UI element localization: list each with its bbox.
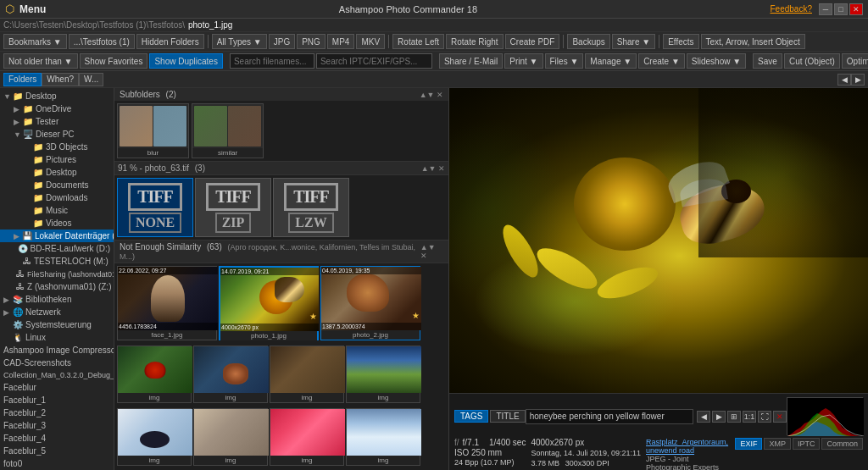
folders-tab[interactable]: Folders bbox=[3, 73, 42, 86]
tags-tab-button[interactable]: TAGS bbox=[454, 410, 488, 423]
print-button[interactable]: Print ▼ bbox=[504, 53, 542, 69]
tree-item-desktop2[interactable]: 📁 Desktop bbox=[0, 166, 114, 179]
when-tab[interactable]: When? bbox=[42, 73, 79, 86]
mkv-button[interactable]: MKV bbox=[356, 34, 385, 49]
tree-item-desktop[interactable]: ▼ 📁 Desktop bbox=[0, 90, 114, 102]
tree-item-ashampoo-compressor[interactable]: Ashampoo Image Compressor bbox=[0, 344, 114, 357]
mp4-button[interactable]: MP4 bbox=[327, 34, 355, 49]
what-tab[interactable]: W... bbox=[79, 73, 103, 86]
iptc-tab[interactable]: IPTC bbox=[793, 438, 821, 450]
next-image-button[interactable]: ▶ bbox=[712, 411, 726, 423]
tree-item-faceblur2[interactable]: Faceblur_2 bbox=[0, 406, 114, 419]
tree-item-cad[interactable]: CAD-Screenshots bbox=[0, 357, 114, 369]
tree-item-faceblur3[interactable]: Faceblur_3 bbox=[0, 419, 114, 432]
tree-item-faceblur[interactable]: Faceblur bbox=[0, 381, 114, 394]
subfolder-item-1[interactable]: blur bbox=[117, 103, 189, 158]
search-filename-input[interactable] bbox=[230, 53, 314, 69]
tree-item-dieser-pc[interactable]: ▼ 🖥️ Dieser PC bbox=[0, 128, 114, 141]
sim-thumb-fox[interactable]: img bbox=[193, 346, 268, 403]
sim-thumb-ladybug[interactable]: img bbox=[117, 346, 192, 403]
common-tab[interactable]: Common bbox=[821, 438, 863, 450]
tree-item-3dobjects[interactable]: 📁 3D Objects bbox=[0, 141, 114, 153]
tree-item-collection[interactable]: Collection_Man_0.3.2.0_Debug_Te... bbox=[0, 369, 114, 381]
subfolder-item-2[interactable]: similar bbox=[192, 103, 264, 158]
all-types-button[interactable]: All Types ▼ bbox=[212, 34, 267, 49]
tree-item-filesharing[interactable]: 🖧 FileSharing (\ashonvdat01) (U:...) bbox=[0, 268, 114, 280]
sim-thumb-cats[interactable]: img bbox=[193, 408, 268, 466]
tree-item-bibliotheken[interactable]: ▶ 📚 Bibliotheken bbox=[0, 293, 114, 306]
feedback-link[interactable]: Feedback? bbox=[771, 4, 812, 14]
tree-item-onedrive[interactable]: ▶ 📁 OneDrive bbox=[0, 102, 114, 115]
sim-thumb-face1[interactable]: 22.06.2022, 09:27 4456.1783824 face_1.jp… bbox=[117, 266, 217, 340]
prev-image-button[interactable]: ◀ bbox=[697, 411, 710, 423]
sim-thumb-landscape1[interactable]: img bbox=[346, 346, 420, 403]
sim-thumb-dog1[interactable]: img bbox=[270, 346, 344, 403]
tree-item-tester[interactable]: ▶ 📁 Tester bbox=[0, 115, 114, 128]
delete-button[interactable]: ✕ bbox=[773, 411, 787, 423]
sim-thumb-winter[interactable]: img bbox=[346, 408, 420, 466]
files-button[interactable]: Files ▼ bbox=[545, 53, 584, 69]
xmp-tab[interactable]: XMP bbox=[764, 438, 791, 450]
manage-button[interactable]: Manage ▼ bbox=[585, 53, 637, 69]
cut-object-button[interactable]: Cut (Object) bbox=[784, 53, 840, 69]
tree-item-linux[interactable]: 🐧 Linux bbox=[0, 331, 114, 344]
jpg-button[interactable]: JPG bbox=[269, 34, 295, 49]
search-iptc-input[interactable] bbox=[316, 53, 432, 69]
similar-header[interactable]: Not Enough Similarity (63) (Арго городок… bbox=[114, 241, 448, 263]
tiff-arrows[interactable]: ▲▼ ✕ bbox=[421, 164, 445, 173]
create-button[interactable]: Create ▼ bbox=[638, 53, 685, 69]
tiff-item-zip[interactable]: TIFF ZIP bbox=[195, 178, 271, 237]
create-pdf-button[interactable]: Create PDF bbox=[505, 34, 560, 49]
tree-item-testerloch[interactable]: 🖧 TESTERLOCH (M:) bbox=[0, 255, 114, 268]
backup-button[interactable]: Backups bbox=[567, 34, 609, 49]
zoom-1to1-button[interactable]: 1:1 bbox=[743, 411, 756, 423]
share-email-button[interactable]: Share / E-Mail bbox=[439, 53, 503, 69]
tree-item-netzwerk[interactable]: ▶ 🌐 Netzwerk bbox=[0, 306, 114, 318]
optimize-button[interactable]: Optimize bbox=[842, 53, 868, 69]
show-duplicates-button[interactable]: Show Duplicates bbox=[149, 53, 222, 69]
tree-item-downloads[interactable]: 📁 Downloads bbox=[0, 191, 114, 204]
sim-thumb-photo1[interactable]: 14.07.2019, 09:21 4000x2670 px ★ photo_1… bbox=[219, 266, 319, 340]
show-favorites-button[interactable]: Show Favorites bbox=[80, 53, 148, 69]
tiff-item-none[interactable]: TIFF NONE bbox=[117, 178, 193, 237]
rotate-left-button[interactable]: Rotate Left bbox=[392, 34, 444, 49]
right-nav-button[interactable]: ▶ bbox=[851, 74, 865, 86]
tiff-item-lzw[interactable]: TIFF LZW bbox=[273, 178, 349, 237]
not-older-button[interactable]: Not older than ▼ bbox=[3, 53, 78, 69]
tree-item-faceblur5[interactable]: Faceblur_5 bbox=[0, 445, 114, 457]
title-input[interactable] bbox=[526, 409, 693, 424]
tree-item-z-drive[interactable]: 🖧 Z (\ashonvuma01) (Z:) bbox=[0, 280, 114, 293]
subfolders-header[interactable]: Subfolders (2) ▲▼ ✕ bbox=[114, 88, 448, 101]
zoom-fit-button[interactable]: ⊞ bbox=[727, 411, 741, 423]
png-button[interactable]: PNG bbox=[297, 34, 326, 49]
tiff-header[interactable]: 91 % - photo_63.tif (3) ▲▼ ✕ bbox=[114, 162, 448, 175]
tree-item-faceblur1[interactable]: Faceblur_1 bbox=[0, 394, 114, 406]
share-button[interactable]: Share ▼ bbox=[612, 34, 655, 49]
save-button[interactable]: Save bbox=[753, 53, 782, 69]
exif-tab[interactable]: EXIF bbox=[735, 438, 762, 450]
exif-location-link[interactable]: Rastplatz_Argentoraum, unewend road bbox=[646, 438, 728, 455]
effects-button[interactable]: Effects bbox=[663, 34, 698, 49]
title-tab-button[interactable]: TITLE bbox=[490, 410, 525, 423]
hidden-folders-button[interactable]: Hidden Folders bbox=[136, 34, 204, 49]
rotate-right-button[interactable]: Rotate Right bbox=[446, 34, 504, 49]
text-arrow-button[interactable]: Text, Arrow, Insert Object bbox=[701, 34, 805, 49]
tree-item-systemsteuerung[interactable]: ⚙️ Systemsteuerung bbox=[0, 318, 114, 331]
slideshow-button[interactable]: Slideshow ▼ bbox=[687, 53, 746, 69]
close-button[interactable]: ✕ bbox=[849, 3, 863, 15]
tree-item-foto0[interactable]: foto0 bbox=[0, 457, 114, 470]
tree-item-lokaler-c[interactable]: ▶ 💾 Lokaler Datenträger (C:) bbox=[0, 229, 114, 242]
maximize-button[interactable]: □ bbox=[834, 3, 848, 15]
minimize-button[interactable]: ─ bbox=[819, 3, 832, 15]
subfolders-collapse[interactable]: ▲▼ ✕ bbox=[420, 91, 443, 99]
fullscreen-button[interactable]: ⛶ bbox=[758, 411, 771, 423]
tree-item-pictures[interactable]: 📁 Pictures bbox=[0, 153, 114, 166]
sim-thumb-flower1[interactable]: img bbox=[270, 408, 344, 466]
tree-item-documents[interactable]: 📁 Documents bbox=[0, 179, 114, 191]
tree-item-music[interactable]: 📁 Music bbox=[0, 204, 114, 217]
bookmarks-button[interactable]: Bookmarks ▼ bbox=[3, 34, 67, 49]
tree-item-videos[interactable]: 📁 Videos bbox=[0, 217, 114, 229]
menu-label[interactable]: Menu bbox=[19, 3, 46, 15]
tree-item-bd-re[interactable]: 💿 BD-RE-Laufwerk (D:) bbox=[0, 242, 114, 255]
tree-item-faceblur4[interactable]: Faceblur_4 bbox=[0, 432, 114, 445]
